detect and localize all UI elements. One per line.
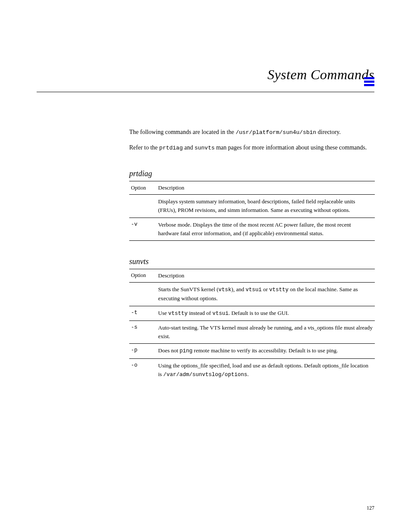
option-flag: -t xyxy=(129,306,156,320)
text-fragment: man pages for more information about usi… xyxy=(215,144,367,151)
option-description: Use vtstty instead of vtsui. Default is … xyxy=(156,306,375,320)
option-description: Auto-start testing. The VTS kernel must … xyxy=(156,320,375,343)
text-fragment: ), and xyxy=(231,286,246,292)
document-page: System Commands The following commands a… xyxy=(0,0,411,532)
column-header-description: Description xyxy=(156,269,375,282)
option-flag: -p xyxy=(129,344,156,358)
text-fragment: Refer to the xyxy=(129,144,159,151)
option-flag: -o xyxy=(129,358,156,382)
table-row: Starts the SunVTS kernel (vtsk), and vts… xyxy=(129,283,375,306)
table-row: -t Use vtstty instead of vtsui. Default … xyxy=(129,306,375,320)
options-table-prtdiag: Option Description Displays system summa… xyxy=(129,181,375,241)
menu-bars-icon xyxy=(364,77,374,87)
table-header-row: Option Description xyxy=(129,181,375,195)
table-header-row: Option Description xyxy=(129,269,375,282)
command-name: vtstty xyxy=(168,311,187,317)
page-title: System Commands xyxy=(268,67,374,83)
content-column: The following commands are located in th… xyxy=(129,127,374,382)
text-fragment: or xyxy=(262,286,269,292)
command-name: prtdiag xyxy=(159,145,183,151)
text-fragment: . xyxy=(247,371,249,377)
column-header-option: Option xyxy=(129,269,156,282)
intro-paragraph-1: The following commands are located in th… xyxy=(129,127,374,137)
text-fragment: instead of xyxy=(187,310,212,316)
table-row: -v Verbose mode. Displays the time of th… xyxy=(129,218,375,240)
command-name: ping xyxy=(180,348,193,354)
table-row: -s Auto-start testing. The VTS kernel mu… xyxy=(129,320,375,343)
option-description: Does not ping remote machine to verify i… xyxy=(156,344,375,358)
table-row: Displays system summary information, boa… xyxy=(129,195,375,218)
option-description: Displays system summary information, boa… xyxy=(156,195,375,218)
text-fragment: Use xyxy=(158,310,168,316)
table-row: -o Using the options_file specified, loa… xyxy=(129,358,375,382)
column-header-description: Description xyxy=(156,181,375,195)
option-description: Verbose mode. Displays the time of the m… xyxy=(156,218,375,240)
text-fragment: . Default is to use the GUI. xyxy=(228,310,289,316)
text-fragment: and xyxy=(183,144,194,151)
text-fragment: Does not xyxy=(158,347,180,354)
option-flag: -s xyxy=(129,320,156,343)
page-number: 127 xyxy=(367,505,374,511)
text-fragment: remote machine to verify its accessibili… xyxy=(193,347,338,354)
option-flag: -v xyxy=(129,218,156,240)
command-name: vtsui xyxy=(246,287,262,293)
header-rule xyxy=(37,92,374,92)
table-row: -p Does not ping remote machine to verif… xyxy=(129,344,375,358)
text-fragment: directory. xyxy=(316,129,341,135)
section-heading-sunvts: sunvts xyxy=(129,257,374,266)
column-header-option: Option xyxy=(129,181,156,195)
option-description: Using the options_file specified, load a… xyxy=(156,358,375,382)
section-heading-prtdiag: prtdiag xyxy=(129,169,374,178)
text-fragment: Starts the SunVTS kernel ( xyxy=(158,286,218,292)
page-header: System Commands xyxy=(37,39,374,127)
options-table-sunvts: Option Description Starts the SunVTS ker… xyxy=(129,269,375,382)
command-name: vtstty xyxy=(269,287,289,293)
command-name: sunvts xyxy=(194,145,215,151)
option-flag xyxy=(129,195,156,218)
command-name: vtsk xyxy=(218,287,231,293)
text-fragment: The following commands are located in th… xyxy=(129,129,236,135)
command-name: vtsui xyxy=(212,311,229,317)
directory-path: /usr/platform/sun4u/sbin xyxy=(236,129,316,136)
file-path: /var/adm/sunvtslog/options xyxy=(163,372,247,378)
option-flag xyxy=(129,283,156,306)
option-description: Starts the SunVTS kernel (vtsk), and vts… xyxy=(156,283,375,306)
intro-paragraph-2: Refer to the prtdiag and sunvts man page… xyxy=(129,143,374,153)
